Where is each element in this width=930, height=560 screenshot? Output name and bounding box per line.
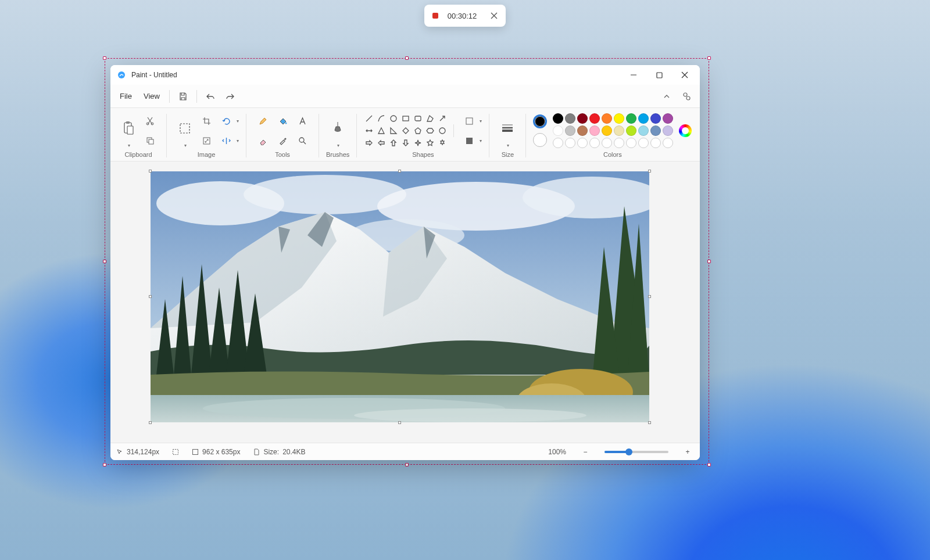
- eraser-tool[interactable]: [253, 132, 272, 149]
- color-picker-tool[interactable]: [273, 132, 292, 149]
- shape-arrow-down[interactable]: [400, 138, 411, 148]
- color-swatch[interactable]: [589, 113, 600, 124]
- color-swatch[interactable]: [565, 113, 575, 124]
- shape-star-6[interactable]: [437, 138, 448, 148]
- color-swatch[interactable]: [663, 125, 673, 136]
- color-2-swatch[interactable]: [533, 133, 547, 147]
- redo-button[interactable]: [220, 87, 240, 106]
- color-swatch-empty[interactable]: [663, 138, 673, 148]
- menu-view[interactable]: View: [138, 88, 166, 104]
- color-swatch[interactable]: [663, 113, 673, 124]
- color-swatch-empty[interactable]: [650, 138, 661, 148]
- magnifier-tool[interactable]: [293, 132, 312, 149]
- group-label-image: Image: [198, 150, 216, 160]
- color-swatch-empty[interactable]: [626, 138, 636, 148]
- shape-hexagon[interactable]: [425, 125, 435, 136]
- fill-tool[interactable]: [273, 112, 292, 130]
- rotate-button[interactable]: [217, 112, 235, 130]
- collapse-ribbon-button[interactable]: [657, 87, 677, 106]
- paste-button[interactable]: [117, 114, 140, 143]
- color-swatch-empty[interactable]: [565, 138, 575, 148]
- window-close-button[interactable]: [672, 66, 698, 84]
- window-maximize-button[interactable]: [646, 66, 672, 84]
- color-swatch[interactable]: [577, 113, 588, 124]
- color-swatch[interactable]: [614, 113, 624, 124]
- chevron-down-icon[interactable]: ▾: [337, 143, 339, 148]
- edit-colors-button[interactable]: [679, 124, 692, 137]
- color-swatch[interactable]: [638, 125, 649, 136]
- shape-arrow-left[interactable]: [376, 138, 387, 148]
- canvas[interactable]: [151, 171, 649, 422]
- color-swatch[interactable]: [553, 113, 563, 124]
- color-swatch[interactable]: [565, 125, 575, 136]
- text-tool[interactable]: [293, 112, 312, 130]
- shape-right-triangle[interactable]: [388, 125, 399, 136]
- shape-rectangle[interactable]: [400, 113, 411, 124]
- size-button[interactable]: [496, 114, 518, 143]
- flip-button[interactable]: [217, 132, 235, 149]
- status-bar: 314,124px 962 x 635px Size: 20.4KB 100% …: [110, 443, 700, 460]
- color-swatch-empty[interactable]: [602, 138, 612, 148]
- svg-point-14: [299, 138, 304, 142]
- shape-circle[interactable]: [437, 125, 448, 136]
- resize-button[interactable]: [197, 132, 216, 149]
- shape-arrow-right[interactable]: [364, 138, 374, 148]
- color-swatch-empty[interactable]: [577, 138, 588, 148]
- zoom-out-button[interactable]: −: [579, 446, 592, 458]
- cut-button[interactable]: [141, 112, 159, 130]
- color-swatch[interactable]: [626, 113, 636, 124]
- chevron-down-icon[interactable]: ▾: [507, 143, 509, 148]
- chevron-down-icon[interactable]: ▾: [128, 143, 130, 148]
- color-swatch-empty[interactable]: [589, 138, 600, 148]
- color-swatch-empty[interactable]: [553, 138, 563, 148]
- color-swatch[interactable]: [614, 125, 624, 136]
- settings-icon[interactable]: [677, 87, 696, 106]
- shape-polygon[interactable]: [425, 113, 435, 124]
- svg-point-2: [684, 93, 687, 96]
- shape-rounded-rectangle[interactable]: [413, 113, 423, 124]
- color-swatch[interactable]: [553, 125, 563, 136]
- shape-star-5[interactable]: [425, 138, 435, 148]
- color-swatch[interactable]: [650, 125, 661, 136]
- shape-arrow-left-right[interactable]: [364, 125, 374, 136]
- color-swatch[interactable]: [650, 113, 661, 124]
- color-swatch-empty[interactable]: [638, 138, 649, 148]
- color-1-swatch[interactable]: [533, 114, 547, 128]
- color-swatch[interactable]: [577, 125, 588, 136]
- shape-triangle[interactable]: [376, 125, 387, 136]
- shape-diamond[interactable]: [400, 125, 411, 136]
- undo-button[interactable]: [201, 87, 220, 106]
- color-swatch[interactable]: [638, 113, 649, 124]
- shape-line[interactable]: [364, 113, 374, 124]
- shape-arrow-right-up[interactable]: [437, 113, 448, 124]
- recording-close-button[interactable]: [486, 8, 502, 24]
- shape-fill-button[interactable]: [460, 132, 478, 149]
- crop-button[interactable]: [197, 112, 216, 130]
- shape-arrow-up[interactable]: [388, 138, 399, 148]
- zoom-in-button[interactable]: +: [681, 446, 694, 458]
- menu-file[interactable]: File: [114, 88, 138, 104]
- pencil-tool[interactable]: [253, 112, 272, 130]
- color-palette: [553, 113, 673, 148]
- save-button[interactable]: [173, 87, 193, 106]
- canvas-area[interactable]: [110, 161, 700, 443]
- shape-pentagon[interactable]: [413, 125, 423, 136]
- window-minimize-button[interactable]: [621, 66, 646, 84]
- color-swatch[interactable]: [602, 113, 612, 124]
- chevron-down-icon[interactable]: ▾: [184, 143, 187, 148]
- color-swatch[interactable]: [589, 125, 600, 136]
- svg-rect-17: [415, 116, 421, 121]
- svg-point-0: [118, 71, 125, 78]
- copy-button[interactable]: [141, 132, 159, 149]
- brushes-button[interactable]: [327, 114, 349, 143]
- color-swatch-empty[interactable]: [614, 138, 624, 148]
- zoom-slider[interactable]: [604, 451, 668, 453]
- shape-curve[interactable]: [376, 113, 387, 124]
- title-bar: Paint - Untitled: [110, 65, 700, 85]
- select-button[interactable]: [174, 114, 196, 143]
- shape-oval[interactable]: [388, 113, 399, 124]
- shape-outline-button[interactable]: [460, 112, 478, 130]
- color-swatch[interactable]: [602, 125, 612, 136]
- color-swatch[interactable]: [626, 125, 636, 136]
- shape-star-4[interactable]: [413, 138, 423, 148]
